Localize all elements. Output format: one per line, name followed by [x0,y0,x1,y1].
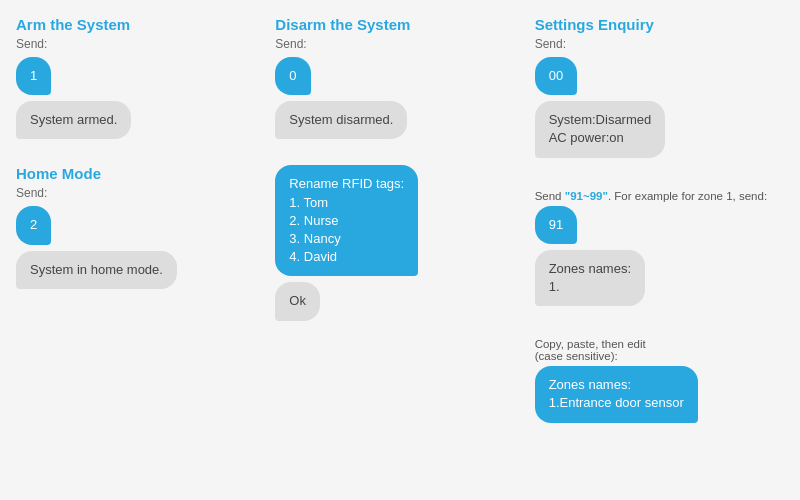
bubble-home-received: System in home mode. [16,251,177,289]
title-disarm-system: Disarm the System [275,16,524,33]
bubble-rfid-received: Ok [275,282,320,320]
bubble-wrapper-zone-edit-sent: Zones names: 1.Entrance door sensor [535,366,784,422]
bubbles-disarm: 0 System disarmed. [275,57,524,139]
bubble-wrapper-arm-sent: 1 [16,57,265,95]
bubbles-arm: 1 System armed. [16,57,265,139]
bubble-wrapper-rfid-received: Ok [275,282,524,320]
bubbles-zone: 91 Zones names: 1. [535,206,784,307]
bubble-arm-received: System armed. [16,101,131,139]
bubble-wrapper-rfid-sent: Rename RFID tags: 1. Tom 2. Nurse 3. Nan… [275,165,524,276]
bubble-disarm-received: System disarmed. [275,101,407,139]
section-zone-enquiry: Send "91~99". For example for zone 1, se… [535,184,784,313]
section-arm-system: Arm the System Send: 1 System armed. [16,16,265,145]
page-container: Arm the System Send: 1 System armed. Hom… [0,0,800,455]
bubble-wrapper-zone-received: Zones names: 1. [535,250,784,306]
bubble-wrapper-disarm-received: System disarmed. [275,101,524,139]
bubble-zone-received: Zones names: 1. [535,250,645,306]
bubble-disarm-sent: 0 [275,57,310,95]
bubble-wrapper-settings-received: System:Disarmed AC power:on [535,101,784,157]
bubbles-home: 2 System in home mode. [16,206,265,288]
bubble-wrapper-disarm-sent: 0 [275,57,524,95]
send-label-settings: Send: [535,37,784,51]
bubble-wrapper-home-received: System in home mode. [16,251,265,289]
bubble-arm-sent: 1 [16,57,51,95]
bubble-wrapper-zone-sent: 91 [535,206,784,244]
bubble-wrapper-home-sent: 2 [16,206,265,244]
send-label-home: Send: [16,186,265,200]
bubble-wrapper-arm-received: System armed. [16,101,265,139]
title-arm-system: Arm the System [16,16,265,33]
send-label-arm: Send: [16,37,265,51]
title-settings-enquiry: Settings Enquiry [535,16,784,33]
bubble-settings-sent: 00 [535,57,577,95]
section-rename-rfid: Rename RFID tags: 1. Tom 2. Nurse 3. Nan… [275,165,524,326]
section-settings-enquiry: Settings Enquiry Send: 00 System:Disarme… [535,16,784,164]
column-left: Arm the System Send: 1 System armed. Hom… [16,16,265,439]
bubble-rfid-sent: Rename RFID tags: 1. Tom 2. Nurse 3. Nan… [275,165,418,276]
note-highlight: "91~99" [565,190,608,202]
column-middle: Disarm the System Send: 0 System disarme… [275,16,524,439]
send-label-disarm: Send: [275,37,524,51]
note-zone-edit: Copy, paste, then edit(case sensitive): [535,338,784,362]
section-disarm-system: Disarm the System Send: 0 System disarme… [275,16,524,145]
section-home-mode: Home Mode Send: 2 System in home mode. [16,165,265,294]
section-zone-edit: Copy, paste, then edit(case sensitive): … [535,332,784,428]
title-home-mode: Home Mode [16,165,265,182]
bubbles-rfid: Rename RFID tags: 1. Tom 2. Nurse 3. Nan… [275,165,524,320]
bubble-wrapper-settings-sent: 00 [535,57,784,95]
bubbles-zone-edit: Zones names: 1.Entrance door sensor [535,366,784,422]
bubbles-settings: 00 System:Disarmed AC power:on [535,57,784,158]
bubble-home-sent: 2 [16,206,51,244]
note-zone-enquiry: Send "91~99". For example for zone 1, se… [535,190,784,202]
bubble-settings-received: System:Disarmed AC power:on [535,101,666,157]
column-right: Settings Enquiry Send: 00 System:Disarme… [535,16,784,439]
bubble-zone-sent: 91 [535,206,577,244]
bubble-zone-edit-sent: Zones names: 1.Entrance door sensor [535,366,698,422]
